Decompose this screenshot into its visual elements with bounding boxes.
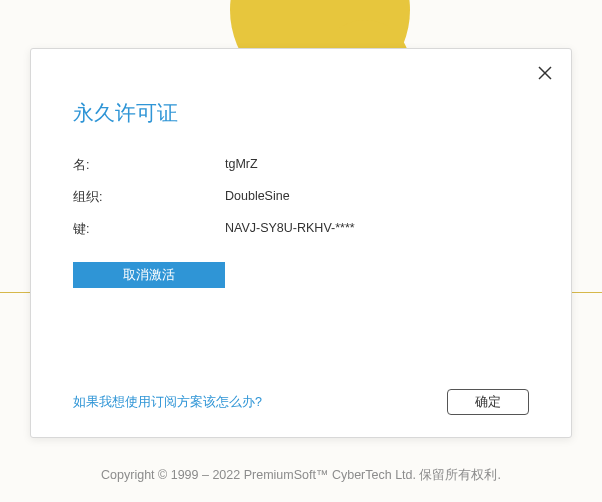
name-row: 名: tgMrZ xyxy=(73,157,529,174)
ok-button[interactable]: 确定 xyxy=(447,389,529,415)
copyright-text: Copyright © 1999 – 2022 PremiumSoft™ Cyb… xyxy=(0,467,602,484)
deactivate-button[interactable]: 取消激活 xyxy=(73,262,225,288)
key-label: 键: xyxy=(73,221,225,238)
name-label: 名: xyxy=(73,157,225,174)
dialog-title: 永久许可证 xyxy=(73,99,529,127)
subscription-link[interactable]: 如果我想使用订阅方案该怎么办? xyxy=(73,394,262,411)
org-label: 组织: xyxy=(73,189,225,206)
org-row: 组织: DoubleSine xyxy=(73,189,529,206)
key-row: 键: NAVJ-SY8U-RKHV-**** xyxy=(73,221,529,238)
key-value: NAVJ-SY8U-RKHV-**** xyxy=(225,221,355,238)
license-dialog: 永久许可证 名: tgMrZ 组织: DoubleSine 键: NAVJ-SY… xyxy=(30,48,572,438)
close-icon xyxy=(538,66,552,80)
org-value: DoubleSine xyxy=(225,189,290,206)
dialog-body: 永久许可证 名: tgMrZ 组织: DoubleSine 键: NAVJ-SY… xyxy=(31,49,571,288)
close-button[interactable] xyxy=(535,63,555,83)
dialog-footer: 如果我想使用订阅方案该怎么办? 确定 xyxy=(73,389,529,415)
name-value: tgMrZ xyxy=(225,157,258,174)
